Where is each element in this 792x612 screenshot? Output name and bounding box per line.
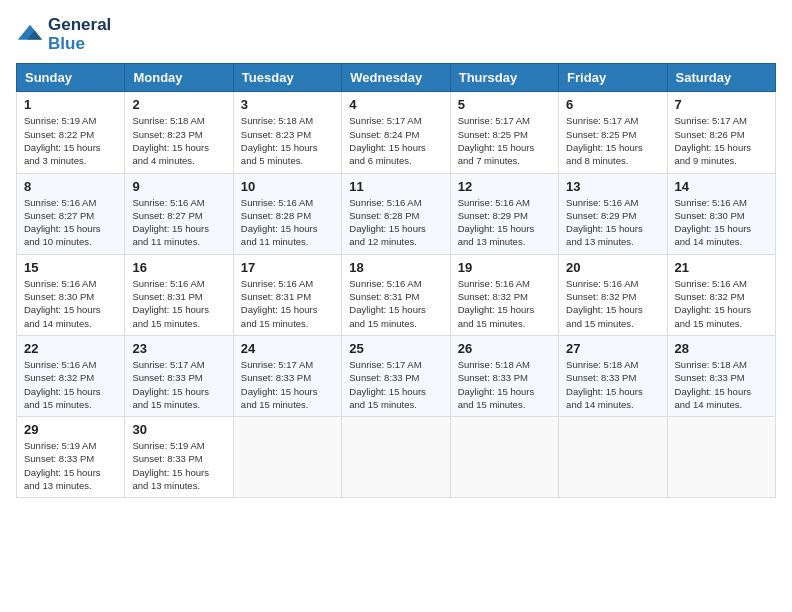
- day-info: Sunrise: 5:17 AM Sunset: 8:33 PM Dayligh…: [132, 358, 225, 411]
- day-info: Sunrise: 5:16 AM Sunset: 8:31 PM Dayligh…: [349, 277, 442, 330]
- day-info: Sunrise: 5:19 AM Sunset: 8:33 PM Dayligh…: [132, 439, 225, 492]
- calendar-table: SundayMondayTuesdayWednesdayThursdayFrid…: [16, 63, 776, 498]
- day-info: Sunrise: 5:18 AM Sunset: 8:23 PM Dayligh…: [241, 114, 334, 167]
- calendar-cell: 25 Sunrise: 5:17 AM Sunset: 8:33 PM Dayl…: [342, 335, 450, 416]
- calendar-cell: [559, 417, 667, 498]
- calendar-cell: 9 Sunrise: 5:16 AM Sunset: 8:27 PM Dayli…: [125, 173, 233, 254]
- day-number: 6: [566, 97, 659, 112]
- day-info: Sunrise: 5:16 AM Sunset: 8:29 PM Dayligh…: [566, 196, 659, 249]
- calendar-cell: 4 Sunrise: 5:17 AM Sunset: 8:24 PM Dayli…: [342, 92, 450, 173]
- day-number: 10: [241, 179, 334, 194]
- day-info: Sunrise: 5:16 AM Sunset: 8:30 PM Dayligh…: [675, 196, 768, 249]
- day-info: Sunrise: 5:19 AM Sunset: 8:22 PM Dayligh…: [24, 114, 117, 167]
- calendar-cell: 2 Sunrise: 5:18 AM Sunset: 8:23 PM Dayli…: [125, 92, 233, 173]
- calendar-cell: 3 Sunrise: 5:18 AM Sunset: 8:23 PM Dayli…: [233, 92, 341, 173]
- day-number: 21: [675, 260, 768, 275]
- calendar-cell: 18 Sunrise: 5:16 AM Sunset: 8:31 PM Dayl…: [342, 254, 450, 335]
- day-number: 27: [566, 341, 659, 356]
- calendar-week-3: 15 Sunrise: 5:16 AM Sunset: 8:30 PM Dayl…: [17, 254, 776, 335]
- calendar-cell: 15 Sunrise: 5:16 AM Sunset: 8:30 PM Dayl…: [17, 254, 125, 335]
- calendar-week-4: 22 Sunrise: 5:16 AM Sunset: 8:32 PM Dayl…: [17, 335, 776, 416]
- weekday-header-thursday: Thursday: [450, 64, 558, 92]
- day-number: 28: [675, 341, 768, 356]
- calendar-cell: [450, 417, 558, 498]
- calendar-cell: 17 Sunrise: 5:16 AM Sunset: 8:31 PM Dayl…: [233, 254, 341, 335]
- calendar-cell: [667, 417, 775, 498]
- day-number: 3: [241, 97, 334, 112]
- day-number: 18: [349, 260, 442, 275]
- calendar-cell: 14 Sunrise: 5:16 AM Sunset: 8:30 PM Dayl…: [667, 173, 775, 254]
- day-info: Sunrise: 5:16 AM Sunset: 8:32 PM Dayligh…: [675, 277, 768, 330]
- calendar-cell: 21 Sunrise: 5:16 AM Sunset: 8:32 PM Dayl…: [667, 254, 775, 335]
- calendar-cell: [233, 417, 341, 498]
- day-info: Sunrise: 5:18 AM Sunset: 8:33 PM Dayligh…: [675, 358, 768, 411]
- calendar-header-row: SundayMondayTuesdayWednesdayThursdayFrid…: [17, 64, 776, 92]
- day-info: Sunrise: 5:17 AM Sunset: 8:33 PM Dayligh…: [241, 358, 334, 411]
- calendar-cell: 23 Sunrise: 5:17 AM Sunset: 8:33 PM Dayl…: [125, 335, 233, 416]
- calendar-cell: 24 Sunrise: 5:17 AM Sunset: 8:33 PM Dayl…: [233, 335, 341, 416]
- day-info: Sunrise: 5:16 AM Sunset: 8:27 PM Dayligh…: [24, 196, 117, 249]
- calendar-cell: 8 Sunrise: 5:16 AM Sunset: 8:27 PM Dayli…: [17, 173, 125, 254]
- day-info: Sunrise: 5:16 AM Sunset: 8:32 PM Dayligh…: [24, 358, 117, 411]
- day-number: 13: [566, 179, 659, 194]
- calendar-cell: 27 Sunrise: 5:18 AM Sunset: 8:33 PM Dayl…: [559, 335, 667, 416]
- calendar-cell: 22 Sunrise: 5:16 AM Sunset: 8:32 PM Dayl…: [17, 335, 125, 416]
- day-number: 20: [566, 260, 659, 275]
- calendar-cell: 13 Sunrise: 5:16 AM Sunset: 8:29 PM Dayl…: [559, 173, 667, 254]
- day-number: 7: [675, 97, 768, 112]
- day-number: 12: [458, 179, 551, 194]
- day-info: Sunrise: 5:16 AM Sunset: 8:31 PM Dayligh…: [241, 277, 334, 330]
- weekday-header-sunday: Sunday: [17, 64, 125, 92]
- calendar-cell: 19 Sunrise: 5:16 AM Sunset: 8:32 PM Dayl…: [450, 254, 558, 335]
- day-number: 17: [241, 260, 334, 275]
- calendar-cell: 16 Sunrise: 5:16 AM Sunset: 8:31 PM Dayl…: [125, 254, 233, 335]
- day-info: Sunrise: 5:17 AM Sunset: 8:24 PM Dayligh…: [349, 114, 442, 167]
- day-number: 15: [24, 260, 117, 275]
- day-number: 24: [241, 341, 334, 356]
- weekday-header-wednesday: Wednesday: [342, 64, 450, 92]
- calendar-cell: 11 Sunrise: 5:16 AM Sunset: 8:28 PM Dayl…: [342, 173, 450, 254]
- calendar-cell: 20 Sunrise: 5:16 AM Sunset: 8:32 PM Dayl…: [559, 254, 667, 335]
- logo-text: General Blue: [48, 16, 111, 53]
- weekday-header-friday: Friday: [559, 64, 667, 92]
- day-number: 5: [458, 97, 551, 112]
- day-info: Sunrise: 5:16 AM Sunset: 8:30 PM Dayligh…: [24, 277, 117, 330]
- calendar-cell: 12 Sunrise: 5:16 AM Sunset: 8:29 PM Dayl…: [450, 173, 558, 254]
- day-info: Sunrise: 5:16 AM Sunset: 8:32 PM Dayligh…: [566, 277, 659, 330]
- day-info: Sunrise: 5:17 AM Sunset: 8:25 PM Dayligh…: [566, 114, 659, 167]
- calendar-cell: 30 Sunrise: 5:19 AM Sunset: 8:33 PM Dayl…: [125, 417, 233, 498]
- calendar-cell: 26 Sunrise: 5:18 AM Sunset: 8:33 PM Dayl…: [450, 335, 558, 416]
- day-number: 26: [458, 341, 551, 356]
- day-info: Sunrise: 5:18 AM Sunset: 8:33 PM Dayligh…: [458, 358, 551, 411]
- day-number: 14: [675, 179, 768, 194]
- day-info: Sunrise: 5:19 AM Sunset: 8:33 PM Dayligh…: [24, 439, 117, 492]
- logo-icon: [16, 21, 44, 49]
- day-number: 19: [458, 260, 551, 275]
- calendar-week-1: 1 Sunrise: 5:19 AM Sunset: 8:22 PM Dayli…: [17, 92, 776, 173]
- day-info: Sunrise: 5:16 AM Sunset: 8:28 PM Dayligh…: [349, 196, 442, 249]
- day-number: 9: [132, 179, 225, 194]
- day-number: 8: [24, 179, 117, 194]
- day-info: Sunrise: 5:16 AM Sunset: 8:29 PM Dayligh…: [458, 196, 551, 249]
- calendar-week-5: 29 Sunrise: 5:19 AM Sunset: 8:33 PM Dayl…: [17, 417, 776, 498]
- calendar-cell: 10 Sunrise: 5:16 AM Sunset: 8:28 PM Dayl…: [233, 173, 341, 254]
- day-info: Sunrise: 5:17 AM Sunset: 8:26 PM Dayligh…: [675, 114, 768, 167]
- day-info: Sunrise: 5:16 AM Sunset: 8:31 PM Dayligh…: [132, 277, 225, 330]
- calendar-cell: 29 Sunrise: 5:19 AM Sunset: 8:33 PM Dayl…: [17, 417, 125, 498]
- calendar-cell: 28 Sunrise: 5:18 AM Sunset: 8:33 PM Dayl…: [667, 335, 775, 416]
- calendar-cell: [342, 417, 450, 498]
- day-number: 16: [132, 260, 225, 275]
- calendar-cell: 7 Sunrise: 5:17 AM Sunset: 8:26 PM Dayli…: [667, 92, 775, 173]
- weekday-header-saturday: Saturday: [667, 64, 775, 92]
- calendar-cell: 6 Sunrise: 5:17 AM Sunset: 8:25 PM Dayli…: [559, 92, 667, 173]
- day-info: Sunrise: 5:18 AM Sunset: 8:23 PM Dayligh…: [132, 114, 225, 167]
- calendar-cell: 1 Sunrise: 5:19 AM Sunset: 8:22 PM Dayli…: [17, 92, 125, 173]
- day-number: 11: [349, 179, 442, 194]
- calendar-week-2: 8 Sunrise: 5:16 AM Sunset: 8:27 PM Dayli…: [17, 173, 776, 254]
- day-number: 29: [24, 422, 117, 437]
- day-info: Sunrise: 5:16 AM Sunset: 8:28 PM Dayligh…: [241, 196, 334, 249]
- day-info: Sunrise: 5:16 AM Sunset: 8:32 PM Dayligh…: [458, 277, 551, 330]
- day-number: 22: [24, 341, 117, 356]
- day-number: 4: [349, 97, 442, 112]
- page-header: General Blue: [16, 16, 776, 53]
